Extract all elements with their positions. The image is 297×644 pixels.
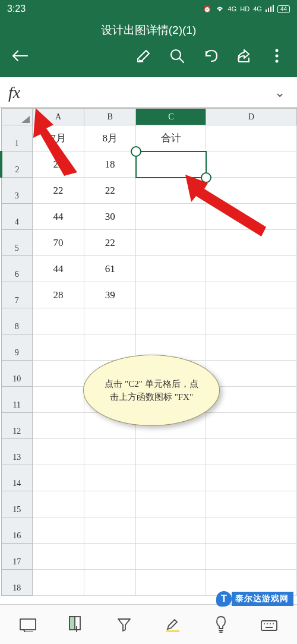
cell-a2[interactable]: 22	[32, 151, 84, 178]
document-title: 设计出图详情(2)(1)	[0, 18, 297, 45]
svg-point-15	[264, 623, 265, 624]
svg-point-16	[267, 623, 268, 624]
cell-b1[interactable]: 8月	[84, 125, 136, 151]
cell-d2[interactable]	[206, 151, 297, 178]
more-button[interactable]	[266, 45, 287, 67]
row-header-9[interactable]: 9	[1, 334, 32, 361]
cell-b6[interactable]: 61	[84, 256, 136, 282]
svg-rect-12	[69, 617, 75, 630]
cell-d7[interactable]	[206, 282, 297, 308]
svg-point-7	[276, 60, 279, 63]
cell-a1[interactable]: 7月	[32, 125, 84, 151]
app-header: 设计出图详情(2)(1)	[0, 18, 297, 77]
svg-rect-13	[166, 630, 179, 632]
row-header-14[interactable]: 14	[1, 465, 32, 491]
search-button[interactable]	[166, 45, 188, 67]
col-header-c[interactable]: C	[136, 109, 206, 125]
keyboard-button[interactable]	[256, 611, 282, 637]
annotation-callout: 点击 "C2" 单元格后，点击上方函数图标 "FX"	[83, 355, 220, 426]
row-header-5[interactable]: 5	[1, 230, 32, 256]
watermark: T 泰尔达游戏网	[216, 591, 293, 607]
spreadsheet-grid[interactable]: A B C D 1 7月 8月 合计 2 22 18 3 22 22 4 44 …	[0, 108, 297, 604]
row-header-1[interactable]: 1	[1, 125, 32, 151]
row-header-17[interactable]: 17	[1, 544, 32, 570]
cell-c7[interactable]	[136, 282, 206, 308]
status-indicators: ⏰ 4G HD 4G 44	[203, 5, 290, 13]
cell-c3[interactable]	[136, 178, 206, 204]
row-header-7[interactable]: 7	[1, 282, 32, 308]
row-header-3[interactable]: 3	[1, 178, 32, 204]
formula-bar[interactable]: fx ⌄	[0, 77, 297, 108]
cell-d4[interactable]	[206, 204, 297, 230]
cell-c4[interactable]	[136, 204, 206, 230]
signal-4g-1: 4G	[228, 5, 237, 12]
svg-point-5	[276, 49, 279, 52]
undo-button[interactable]	[200, 45, 221, 67]
row-header-18[interactable]: 18	[1, 570, 32, 596]
svg-rect-19	[266, 627, 273, 628]
cell-b3[interactable]: 22	[84, 178, 136, 204]
idea-button[interactable]	[208, 611, 234, 637]
svg-rect-10	[20, 619, 36, 630]
view-button[interactable]	[63, 611, 89, 637]
cell-d6[interactable]	[206, 256, 297, 282]
battery-level: 44	[277, 5, 290, 13]
back-button[interactable]	[10, 45, 31, 67]
row-header-11[interactable]: 11	[1, 387, 32, 413]
cell-b4[interactable]: 30	[84, 204, 136, 230]
select-all-corner[interactable]	[1, 109, 32, 125]
cell-a7[interactable]: 28	[32, 282, 84, 308]
row-header-6[interactable]: 6	[1, 256, 32, 282]
svg-rect-1	[268, 8, 269, 12]
cell-c1[interactable]: 合计	[136, 125, 206, 151]
svg-rect-0	[266, 10, 267, 12]
row-header-2[interactable]: 2	[1, 151, 32, 178]
cell-a5[interactable]: 70	[32, 230, 84, 256]
signal-bars-icon	[266, 5, 274, 13]
chevron-down-icon[interactable]: ⌄	[274, 85, 285, 100]
svg-rect-3	[273, 5, 274, 12]
svg-point-6	[276, 55, 279, 58]
selection-handle-br[interactable]	[201, 172, 211, 183]
hd-icon: HD	[240, 5, 249, 12]
cell-b5[interactable]: 22	[84, 230, 136, 256]
svg-point-18	[273, 623, 274, 624]
cell-d1[interactable]	[206, 125, 297, 151]
sheet-tab-button[interactable]	[15, 611, 41, 637]
signal-4g-2: 4G	[253, 5, 262, 12]
cell-d3[interactable]	[206, 178, 297, 204]
cell-b7[interactable]: 39	[84, 282, 136, 308]
cell-c2-selected[interactable]	[136, 151, 206, 178]
watermark-text: 泰尔达游戏网	[232, 592, 293, 606]
alarm-icon: ⏰	[203, 5, 211, 13]
cell-a3[interactable]: 22	[32, 178, 84, 204]
col-header-b[interactable]: B	[84, 109, 136, 125]
row-header-15[interactable]: 15	[1, 491, 32, 517]
status-time: 3:23	[7, 4, 26, 14]
row-header-13[interactable]: 13	[1, 439, 32, 465]
cell-d5[interactable]	[206, 230, 297, 256]
edit-button[interactable]	[133, 45, 154, 67]
wifi-icon	[215, 5, 225, 13]
row-header-4[interactable]: 4	[1, 204, 32, 230]
svg-rect-14	[261, 621, 277, 630]
cell-a6[interactable]: 44	[32, 256, 84, 282]
row-header-10[interactable]: 10	[1, 361, 32, 387]
highlight-button[interactable]	[160, 611, 186, 637]
row-header-12[interactable]: 12	[1, 413, 32, 439]
cell-a4[interactable]: 44	[32, 204, 84, 230]
cell-c5[interactable]	[136, 230, 206, 256]
svg-point-17	[270, 623, 271, 624]
bottom-toolbar	[0, 604, 297, 644]
row-header-8[interactable]: 8	[1, 308, 32, 334]
share-button[interactable]	[233, 45, 254, 67]
fx-button[interactable]: fx	[8, 83, 20, 102]
col-header-d[interactable]: D	[206, 109, 297, 125]
filter-button[interactable]	[111, 611, 137, 637]
col-header-a[interactable]: A	[32, 109, 84, 125]
svg-rect-2	[270, 7, 271, 12]
selection-handle-tl[interactable]	[131, 146, 141, 157]
cell-b2[interactable]: 18	[84, 151, 136, 178]
cell-c6[interactable]	[136, 256, 206, 282]
row-header-16[interactable]: 16	[1, 517, 32, 544]
